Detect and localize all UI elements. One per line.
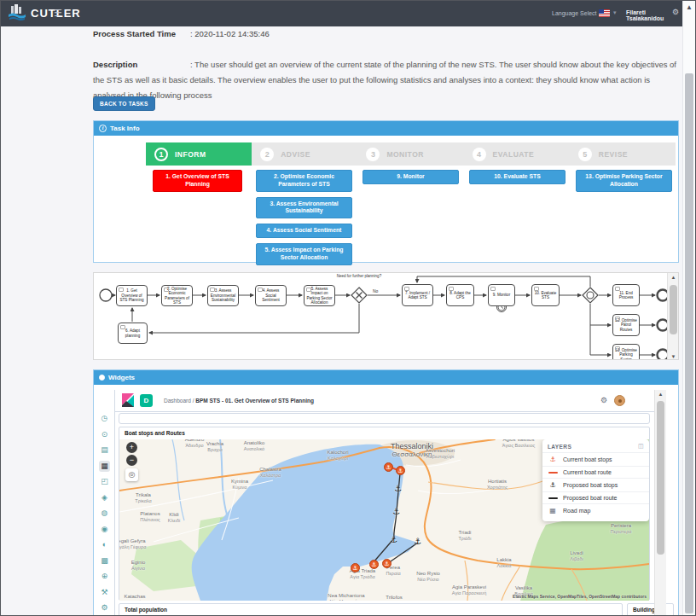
task-button[interactable]: 5. Assess Impact on Parking Sector Alloc… xyxy=(256,243,353,265)
map-widget-title: Boat stops and Routes xyxy=(119,427,649,439)
scroll-up-icon[interactable]: ▲ xyxy=(668,275,679,280)
map-zoom-out-button[interactable]: − xyxy=(126,455,137,466)
dashboard-app-badge[interactable]: D xyxy=(140,394,153,407)
task-button[interactable]: 4. Assess Social Sentiment xyxy=(256,224,353,238)
kibana-logo-icon[interactable] xyxy=(121,393,135,407)
canvas-icon[interactable]: ◰ xyxy=(99,476,110,487)
bpmn-task[interactable]: 7. Implement / Adapt STS xyxy=(402,284,433,306)
task-button[interactable]: 10. Evaluate STS xyxy=(469,170,566,184)
bpmn-task[interactable]: 3. Assess Environmental Sustainability xyxy=(207,285,239,306)
scroll-up-icon[interactable]: ▲ xyxy=(683,3,695,11)
map-widget: Boat stops and Routes xyxy=(119,427,650,601)
widgets-header: Widgets xyxy=(94,370,678,385)
bpmn-task[interactable]: 5. Assess Impact on Parking Sector Alloc… xyxy=(304,285,335,306)
avatar[interactable] xyxy=(614,395,625,406)
current-boat-stop-icon: ⚓ xyxy=(548,456,558,463)
map-attribution[interactable]: Elastic Maps Service, OpenMapTiles, Open… xyxy=(513,594,647,599)
bpmn-task[interactable]: 12. Optimise Patrol Routes xyxy=(612,314,640,336)
recently-viewed-icon[interactable]: ◷ xyxy=(99,413,110,424)
bpmn-task[interactable]: 10. Evaluate STS xyxy=(531,284,560,306)
back-to-tasks-button[interactable]: BACK TO TASKS xyxy=(93,96,155,111)
dashboard-query-bar[interactable] xyxy=(119,413,650,424)
page-scrollbar[interactable]: ▲ xyxy=(682,1,695,616)
bpmn-scrollbar[interactable]: ▲ ▼ xyxy=(667,273,679,360)
boat-stop-anchor-icon[interactable]: ⚓ xyxy=(393,484,403,493)
task-info-header: i Task Info xyxy=(94,121,678,136)
widgets-scrollbar[interactable]: ▲ xyxy=(654,390,666,616)
layer-row[interactable]: Proposed boat route xyxy=(542,491,649,503)
process-started-value: : 2020-11-02 14:35:46 xyxy=(190,29,270,38)
widgets-panel: Widgets D Dashboard / BPM STS - 01. Get … xyxy=(93,369,679,616)
boat-stop-anchor-icon[interactable]: ⚓ xyxy=(413,537,422,546)
map-viewport[interactable]: Thessaloniki Θεσσαλονίκη Kalochori Καλοχ… xyxy=(119,439,649,601)
kibana-settings-icon[interactable]: ⚙ xyxy=(600,396,607,404)
wizard-step: 4 EVALUATE xyxy=(464,142,570,166)
layer-row[interactable]: ▦ Road map xyxy=(542,503,649,517)
boat-stop-anchor-icon[interactable]: ⚓ xyxy=(396,466,405,475)
visualize-icon[interactable]: ▤ xyxy=(99,445,110,456)
task-button[interactable]: 1. Get Overview of STS Planning xyxy=(153,170,241,192)
step-label: REVISE xyxy=(599,150,628,159)
bpmn-task[interactable]: 11. End Process xyxy=(612,284,640,306)
boat-stop-anchor-icon[interactable]: ⚓ xyxy=(389,535,398,544)
bpmn-task[interactable]: 13. Optimise Parking Sector xyxy=(612,344,640,360)
step-number: 3 xyxy=(366,148,380,161)
layer-row[interactable]: ⚓ Current boat stops xyxy=(542,452,649,466)
chevron-down-icon[interactable]: ▾ xyxy=(613,9,617,16)
cutler-logo[interactable]: CUTLER xyxy=(8,3,81,22)
menu-toggle-icon[interactable]: ☰ xyxy=(54,8,62,19)
boat-stop-anchor-icon[interactable]: ⚓ xyxy=(392,507,401,516)
map-fit-data-button[interactable]: ◎ xyxy=(125,468,138,481)
bpmn-task[interactable]: 9. Monitor xyxy=(488,284,515,306)
breadcrumb-root[interactable]: Dashboard xyxy=(164,398,191,404)
info-icon: i xyxy=(99,125,107,132)
task-info-title: Task Info xyxy=(110,125,140,132)
total-population-widget: Total population xyxy=(119,603,623,616)
language-flag-icon[interactable] xyxy=(599,9,610,17)
bpmn-task[interactable]: 8. Adapt the CPS xyxy=(446,284,474,306)
widgets-title: Widgets xyxy=(108,374,135,381)
proposed-boat-route-icon xyxy=(548,495,558,501)
scrollbar-thumb[interactable] xyxy=(670,285,677,334)
scrollbar-thumb[interactable] xyxy=(685,73,693,613)
wizard-step: 5 REVISE xyxy=(570,142,676,166)
scroll-down-icon[interactable]: ▼ xyxy=(668,354,679,359)
dev-tools-icon[interactable]: ⚒ xyxy=(99,587,110,598)
language-select[interactable]: Language Select xyxy=(552,10,597,16)
step-label: MONITOR xyxy=(386,150,423,159)
maps-icon[interactable]: ◈ xyxy=(99,492,110,503)
map-zoom-in-button[interactable]: + xyxy=(126,442,137,453)
dashboard-title: BPM STS - 01. Get Overview of STS Planni… xyxy=(195,398,314,404)
machine-learning-icon[interactable]: ◍ xyxy=(99,508,110,519)
bpmn-task[interactable]: 1. Get Overview of STS Planning xyxy=(116,285,148,306)
gear-icon[interactable]: ⚙ xyxy=(672,8,679,16)
dashboard-icon[interactable]: ▦ xyxy=(99,461,110,472)
widget-title: Buildings xyxy=(628,604,673,615)
logs-icon[interactable]: ▩ xyxy=(99,555,110,567)
scroll-up-icon[interactable]: ▲ xyxy=(655,392,666,397)
layer-row[interactable]: ⚓ Proposed boat stops xyxy=(542,478,649,491)
task-button[interactable]: 3. Assess Environmental Sustainability xyxy=(256,197,353,219)
graph-icon[interactable]: ◉ xyxy=(99,524,110,535)
bpmn-gateway-question: Need for further planning? xyxy=(335,274,383,278)
metrics-icon[interactable]: ◐ xyxy=(99,539,110,550)
uptime-icon[interactable]: ⊕ xyxy=(99,571,110,582)
layers-collapse-icon[interactable]: ◫ xyxy=(638,443,644,450)
task-button[interactable]: 13. Optimise Parking Sector Allocation xyxy=(576,170,673,192)
top-navbar: CUTLER ☰ Language Select ▾ Filareti Tsal… xyxy=(1,1,683,26)
boat-stop-anchor-icon[interactable]: ⚓ xyxy=(351,563,360,572)
scrollbar-thumb[interactable] xyxy=(657,401,664,555)
discover-icon[interactable]: ⊙ xyxy=(99,429,110,440)
layer-row[interactable]: Current boat route xyxy=(542,466,649,478)
task-button[interactable]: 2. Optimise Economic Parameters of STS xyxy=(256,170,353,192)
bpmn-task[interactable]: 4. Assess Social Sentiment xyxy=(255,285,287,306)
bpmn-task[interactable]: 2. Optimise Economic Parameters of STS xyxy=(161,285,193,306)
process-description: Description: The user should get an over… xyxy=(93,57,682,103)
bpmn-task[interactable]: 6. Adapt planning xyxy=(118,323,148,344)
boat-stop-anchor-icon[interactable]: ⚓ xyxy=(382,559,392,568)
boat-stop-anchor-icon[interactable]: ⚓ xyxy=(384,462,393,472)
management-icon[interactable]: ⚙ xyxy=(99,602,110,613)
cutler-app-window: CUTLER ☰ Language Select ▾ Filareti Tsal… xyxy=(0,0,696,616)
boat-stop-anchor-icon[interactable]: ⚓ xyxy=(369,560,379,569)
task-button[interactable]: 9. Monitor xyxy=(362,170,460,184)
